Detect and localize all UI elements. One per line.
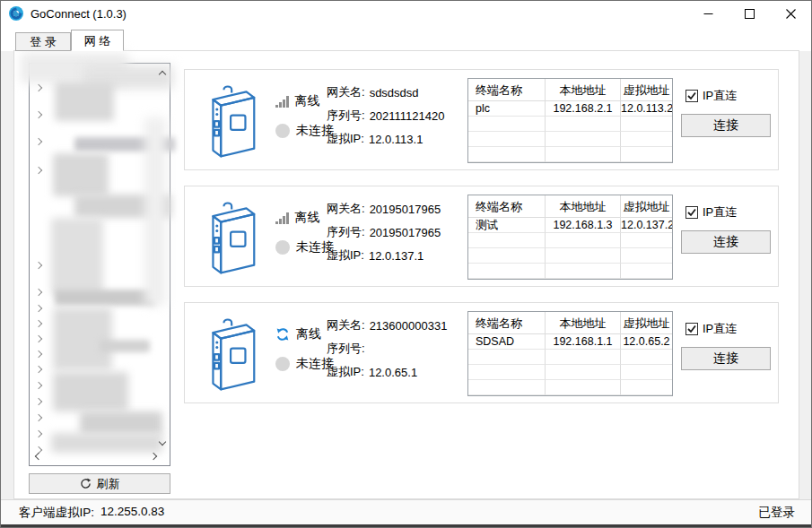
scroll-up-arrow[interactable] bbox=[157, 69, 168, 80]
network-tab-page: 刷新 离线 bbox=[13, 50, 799, 499]
tree-expand-icon[interactable] bbox=[35, 305, 42, 312]
gateway-name-label: 网关名: bbox=[327, 84, 365, 100]
cell-virtual-address: 12.0.65.2 bbox=[621, 334, 672, 350]
tree-expand-icon[interactable] bbox=[35, 320, 42, 327]
serial-label: 序列号: bbox=[327, 108, 365, 124]
redacted-blob bbox=[53, 372, 128, 411]
cell-local-address: 192.168.1.3 bbox=[546, 218, 621, 233]
table-row[interactable]: plc 192.168.2.1 12.0.113.2 bbox=[468, 101, 672, 117]
table-header-row: 终端名称 本地地址 虚拟地址 bbox=[468, 312, 672, 334]
chevron-right-icon bbox=[150, 453, 157, 460]
serial-label: 序列号: bbox=[327, 224, 365, 240]
tree-expand-icon[interactable] bbox=[35, 167, 42, 174]
gateway-device-icon bbox=[197, 196, 262, 277]
terminal-table: 终端名称 本地地址 虚拟地址 测试 192.168.1.3 12.0.137.2 bbox=[467, 195, 673, 280]
tab-network[interactable]: 网 络 bbox=[71, 30, 124, 51]
ip-direct-label: IP直连 bbox=[703, 204, 737, 221]
table-row-empty bbox=[468, 132, 672, 147]
col-virtual-address: 虚拟地址 bbox=[621, 79, 672, 101]
serial-value: 202111121420 bbox=[370, 109, 445, 123]
gateway-name-value: sdsdsdsd bbox=[370, 86, 419, 100]
tree-expand-icon[interactable] bbox=[35, 366, 42, 373]
gateway-device-icon bbox=[197, 80, 262, 160]
gateway-name-value: 20195017965 bbox=[370, 203, 441, 216]
tree-expand-icon[interactable] bbox=[35, 138, 42, 145]
tree-expand-icon[interactable] bbox=[35, 414, 42, 421]
table-row[interactable]: 测试 192.168.1.3 12.0.137.2 bbox=[468, 218, 672, 233]
table-row-empty bbox=[468, 147, 672, 162]
tab-strip: 登 录 网 络 bbox=[15, 30, 124, 51]
ip-direct-checkbox[interactable]: IP直连 bbox=[685, 204, 737, 221]
signal-bars-icon bbox=[275, 212, 289, 224]
redacted-blob bbox=[53, 153, 109, 196]
virtual-ip-label: 虚拟IP: bbox=[327, 131, 364, 147]
col-local-address: 本地地址 bbox=[546, 312, 621, 334]
tree-expand-icon[interactable] bbox=[35, 382, 42, 389]
tree-expand-icon[interactable] bbox=[35, 262, 42, 269]
table-row-empty bbox=[468, 117, 672, 132]
status-column: 离线 未连接 bbox=[275, 326, 334, 372]
col-terminal-name: 终端名称 bbox=[468, 79, 546, 101]
statusbar: 客户端虚拟IP: 12.255.0.83 已登录 bbox=[1, 499, 811, 524]
scroll-left-arrow[interactable] bbox=[33, 451, 44, 462]
tree-expand-icon[interactable] bbox=[35, 430, 42, 437]
titlebar: GoConnect (1.0.3) bbox=[1, 1, 811, 26]
gateway-tree[interactable] bbox=[29, 63, 170, 466]
ip-direct-checkbox[interactable]: IP直连 bbox=[685, 321, 737, 337]
connect-button[interactable]: 连接 bbox=[681, 230, 771, 254]
checkbox-checked-icon bbox=[685, 323, 698, 335]
virtual-ip-value: 12.0.65.1 bbox=[369, 366, 417, 379]
chevron-up-icon bbox=[159, 71, 166, 78]
terminal-table: 终端名称 本地地址 虚拟地址 SDSAD 192.168.1.1 12.0.65… bbox=[467, 311, 673, 396]
table-row-empty bbox=[468, 380, 672, 395]
scroll-right-arrow[interactable] bbox=[148, 451, 159, 462]
app-window: GoConnect (1.0.3) 登 录 网 络 bbox=[0, 0, 812, 528]
client-vip-value: 12.255.0.83 bbox=[100, 505, 164, 521]
redacted-blob bbox=[80, 411, 162, 435]
window-bottom-border bbox=[1, 524, 811, 527]
cell-virtual-address: 12.0.113.2 bbox=[621, 101, 672, 117]
col-virtual-address: 虚拟地址 bbox=[621, 312, 672, 334]
cell-virtual-address: 12.0.137.2 bbox=[621, 218, 672, 233]
window-title: GoConnect (1.0.3) bbox=[31, 7, 127, 21]
tree-expand-icon[interactable] bbox=[35, 289, 42, 296]
minimize-button[interactable] bbox=[687, 1, 729, 26]
tree-expand-icon[interactable] bbox=[35, 398, 42, 405]
cell-terminal-name: 测试 bbox=[468, 218, 546, 233]
status-column: 离线 未连接 bbox=[275, 93, 334, 139]
client-vip-label: 客户端虚拟IP: bbox=[19, 505, 94, 521]
connection-state-icon bbox=[275, 357, 290, 371]
connect-button[interactable]: 连接 bbox=[681, 347, 771, 370]
client-virtual-ip: 客户端虚拟IP: 12.255.0.83 bbox=[19, 505, 164, 521]
redacted-blob bbox=[51, 433, 162, 453]
tree-expand-icon[interactable] bbox=[35, 84, 42, 91]
app-logo-icon bbox=[9, 6, 23, 21]
col-local-address: 本地地址 bbox=[546, 79, 621, 101]
table-row-empty bbox=[468, 233, 672, 248]
gateway-device-icon bbox=[197, 313, 262, 394]
maximize-icon bbox=[745, 9, 755, 19]
ip-direct-label: IP直连 bbox=[703, 88, 737, 104]
tab-login[interactable]: 登 录 bbox=[15, 32, 71, 51]
close-button[interactable] bbox=[770, 1, 811, 26]
scroll-down-arrow[interactable] bbox=[157, 437, 168, 447]
refresh-button[interactable]: 刷新 bbox=[29, 473, 170, 494]
virtual-ip-label: 虚拟IP: bbox=[327, 247, 364, 264]
ip-direct-checkbox[interactable]: IP直连 bbox=[685, 88, 737, 104]
tree-expand-icon[interactable] bbox=[35, 111, 42, 118]
tree-expand-icon[interactable] bbox=[35, 335, 42, 342]
chevron-down-icon bbox=[159, 438, 166, 446]
sync-icon bbox=[275, 327, 290, 342]
redacted-blob bbox=[55, 290, 155, 306]
connection-state-icon bbox=[275, 240, 290, 255]
cell-local-address: 192.168.2.1 bbox=[546, 101, 621, 117]
status-column: 离线 未连接 bbox=[275, 210, 334, 255]
refresh-label: 刷新 bbox=[97, 476, 120, 492]
gateway-info: 网关名:213600000331 序列号: 虚拟IP:12.0.65.1 bbox=[327, 314, 447, 384]
maximize-button[interactable] bbox=[729, 1, 770, 26]
virtual-ip-label: 虚拟IP: bbox=[327, 364, 364, 380]
table-row[interactable]: SDSAD 192.168.1.1 12.0.65.2 bbox=[468, 334, 672, 350]
tree-expand-icon[interactable] bbox=[35, 351, 42, 358]
serial-value: 20195017965 bbox=[370, 226, 441, 239]
connect-button[interactable]: 连接 bbox=[681, 114, 771, 137]
